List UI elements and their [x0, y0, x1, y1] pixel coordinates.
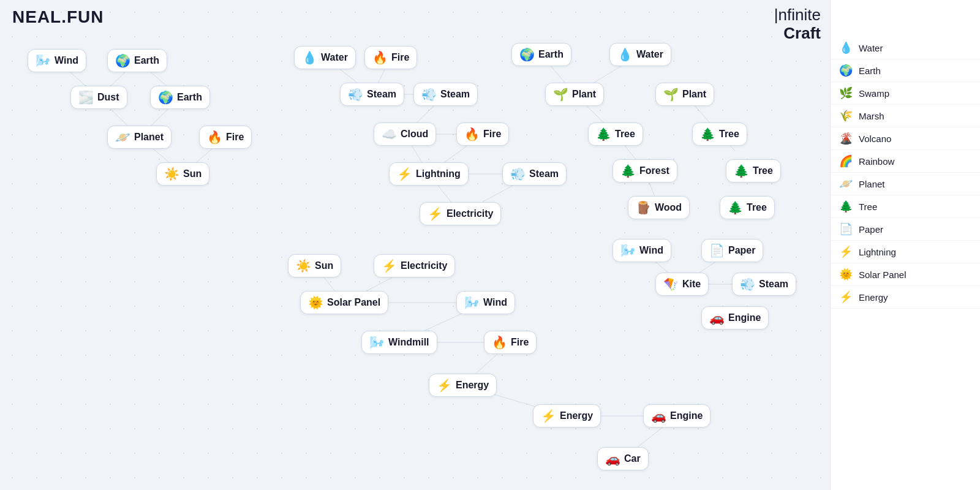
sidebar-item-lightning[interactable]: ⚡Lightning — [831, 241, 980, 263]
sidebar-item-swamp[interactable]: 🌿Swamp — [831, 82, 980, 105]
sidebar-item-paper[interactable]: 📄Paper — [831, 218, 980, 241]
card-kite1[interactable]: 🪁Kite — [655, 273, 709, 296]
paper1-emoji: 📄 — [709, 243, 725, 258]
kite1-label: Kite — [682, 279, 701, 290]
card-forest1[interactable]: 🌲Forest — [612, 159, 677, 183]
card-steam2[interactable]: 💨Steam — [413, 83, 478, 106]
card-earth3[interactable]: 🌍Earth — [511, 43, 571, 66]
sidebar-item-solar-panel[interactable]: 🌞Solar Panel — [831, 263, 980, 286]
fire3-emoji: 🔥 — [464, 127, 480, 141]
card-fire3[interactable]: 🔥Fire — [456, 123, 509, 146]
card-earth1[interactable]: 🌍Earth — [107, 49, 167, 72]
card-electricity1[interactable]: ⚡Electricity — [420, 202, 501, 225]
sidebar-emoji-1: 🌍 — [839, 64, 854, 77]
sidebar-item-energy[interactable]: ⚡Energy — [831, 286, 980, 309]
card-fire2[interactable]: 🔥Fire — [364, 46, 417, 69]
sidebar-label-7: Tree — [859, 202, 877, 212]
card-fire1[interactable]: 🔥Fire — [199, 126, 252, 149]
water2-emoji: 💧 — [617, 47, 633, 62]
card-tree4[interactable]: 🌲Tree — [720, 196, 775, 219]
steam2-label: Steam — [440, 89, 470, 100]
card-water1[interactable]: 💧Water — [294, 46, 356, 69]
card-energy2[interactable]: ⚡Energy — [533, 404, 601, 428]
lightning1-emoji: ⚡ — [397, 167, 412, 181]
sidebar-emoji-0: 💧 — [839, 41, 854, 55]
app-title: |nfinite Craft — [774, 6, 821, 43]
card-fire4[interactable]: 🔥Fire — [484, 331, 537, 354]
card-plant1[interactable]: 🌱Plant — [545, 83, 604, 106]
sidebar-item-earth[interactable]: 🌍Earth — [831, 59, 980, 82]
sidebar-item-rainbow[interactable]: 🌈Rainbow — [831, 150, 980, 173]
card-steam1[interactable]: 💨Steam — [340, 83, 404, 106]
fire3-label: Fire — [483, 129, 501, 140]
dust1-label: Dust — [97, 92, 119, 103]
logo: NEAL.FUN — [12, 7, 104, 27]
sun1-label: Sun — [183, 168, 202, 179]
sidebar-label-5: Rainbow — [859, 156, 894, 167]
engine2-label: Engine — [670, 410, 703, 421]
card-energy1[interactable]: ⚡Energy — [429, 374, 497, 397]
fire2-label: Fire — [391, 52, 409, 63]
card-tree3[interactable]: 🌲Tree — [726, 159, 781, 183]
plant1-label: Plant — [572, 89, 596, 100]
wood1-emoji: 🪵 — [636, 200, 651, 215]
card-dust1[interactable]: 🌫️Dust — [70, 86, 127, 109]
energy2-emoji: ⚡ — [541, 409, 556, 423]
card-wind3[interactable]: 🌬️Wind — [612, 239, 671, 262]
sidebar-label-9: Lightning — [859, 247, 896, 257]
sidebar-item-marsh[interactable]: 🌾Marsh — [831, 105, 980, 127]
sidebar-label-10: Solar Panel — [859, 270, 907, 280]
water2-label: Water — [636, 49, 663, 60]
sidebar-label-3: Marsh — [859, 111, 884, 121]
card-wood1[interactable]: 🪵Wood — [628, 196, 690, 219]
wind1-label: Wind — [55, 55, 78, 66]
sidebar-label-8: Paper — [859, 224, 883, 235]
card-engine1[interactable]: 🚗Engine — [701, 306, 769, 330]
earth2-emoji: 🌍 — [158, 90, 173, 105]
card-windmill1[interactable]: 🌬️Windmill — [361, 331, 437, 354]
solarpanel1-emoji: 🌞 — [308, 295, 323, 310]
card-earth2[interactable]: 🌍Earth — [150, 86, 210, 109]
sun2-label: Sun — [315, 260, 333, 271]
sidebar-emoji-9: ⚡ — [839, 245, 854, 258]
card-sun2[interactable]: ☀️Sun — [288, 254, 341, 277]
electricity1-emoji: ⚡ — [428, 206, 443, 221]
card-cloud1[interactable]: ☁️Cloud — [374, 123, 436, 146]
card-wind2[interactable]: 🌬️Wind — [456, 291, 515, 314]
card-solarpanel1[interactable]: 🌞Solar Panel — [300, 291, 388, 314]
card-tree1[interactable]: 🌲Tree — [588, 123, 643, 146]
sidebar-item-tree[interactable]: 🌲Tree — [831, 195, 980, 218]
card-tree2[interactable]: 🌲Tree — [692, 123, 747, 146]
fire4-label: Fire — [511, 337, 529, 348]
energy1-label: Energy — [456, 380, 489, 391]
fire2-emoji: 🔥 — [372, 50, 388, 65]
card-steam3[interactable]: 💨Steam — [502, 162, 567, 186]
kite1-emoji: 🪁 — [663, 277, 679, 292]
fire1-label: Fire — [226, 132, 244, 143]
card-planet1[interactable]: 🪐Planet — [107, 126, 172, 149]
card-paper1[interactable]: 📄Paper — [701, 239, 763, 262]
card-car1[interactable]: 🚗Car — [597, 447, 649, 470]
steam2-emoji: 💨 — [421, 87, 437, 102]
card-plant2[interactable]: 🌱Plant — [655, 83, 714, 106]
tree2-label: Tree — [719, 129, 739, 140]
tree1-emoji: 🌲 — [596, 127, 611, 141]
sidebar-item-planet[interactable]: 🪐Planet — [831, 173, 980, 195]
card-electricity2[interactable]: ⚡Electricity — [374, 254, 455, 277]
sidebar: 💧Water🌍Earth🌿Swamp🌾Marsh🌋Volcano🌈Rainbow… — [830, 0, 980, 490]
card-steam4[interactable]: 💨Steam — [732, 273, 796, 296]
card-engine2[interactable]: 🚗Engine — [643, 404, 710, 428]
card-water2[interactable]: 💧Water — [609, 43, 671, 66]
wood1-label: Wood — [655, 202, 682, 213]
sidebar-item-water[interactable]: 💧Water — [831, 37, 980, 59]
solarpanel1-label: Solar Panel — [327, 297, 380, 308]
card-lightning1[interactable]: ⚡Lightning — [389, 162, 469, 186]
sidebar-item-volcano[interactable]: 🌋Volcano — [831, 127, 980, 150]
engine2-emoji: 🚗 — [651, 409, 666, 423]
card-wind1[interactable]: 🌬️Wind — [28, 49, 86, 72]
tree3-label: Tree — [753, 165, 773, 176]
card-sun1[interactable]: ☀️Sun — [156, 162, 209, 186]
energy2-label: Energy — [560, 410, 593, 421]
cloud1-label: Cloud — [401, 129, 428, 140]
sidebar-label-4: Volcano — [859, 134, 891, 144]
